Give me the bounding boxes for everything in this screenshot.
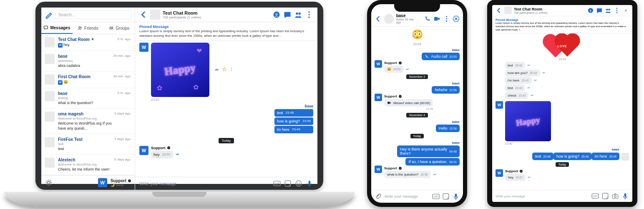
chat-avatar [45,91,55,101]
tab-friends[interactable]: Friends [73,22,104,34]
mic-icon[interactable] [306,180,313,187]
back-button[interactable] [496,7,502,14]
tab-groups[interactable]: Groups [103,22,135,34]
mic-icon[interactable] [621,192,629,200]
message-bubble[interactable]: Hello15:58 [436,125,460,132]
translate-icon[interactable] [272,10,281,19]
message-bubble[interactable]: hehehe12:05 [432,86,460,94]
gif-icon[interactable] [432,193,440,200]
compose-input[interactable]: Write your message [496,194,589,198]
emoji-icon[interactable] [295,180,302,187]
chat-time: 30 min. ago [113,74,131,85]
gif-icon[interactable] [273,180,281,187]
sender-avatar[interactable]: W [375,60,382,68]
sticker-icon[interactable] [442,193,450,200]
members-icon[interactable] [294,10,302,19]
video-call-icon[interactable] [433,15,440,23]
close-button[interactable]: ✕ [622,7,629,14]
chat-time: 5 days ago [114,158,131,172]
happy-image[interactable]: ❤ ✿ ✿ Happy [151,43,209,97]
chat-list-item[interactable]: base testingwhat is the question?5 hr. a… [41,88,135,109]
message-bubble[interactable]: test23:42 [505,84,525,92]
sticker-image[interactable]: 😳 [412,29,423,40]
hearts-label: LOVE [557,45,567,48]
time-label: 23:14 [558,58,566,61]
message-bubble[interactable]: how is going?20:48 [553,153,592,160]
message-bubble[interactable]: test20:48 [532,153,553,160]
self-avatar[interactable]: W [98,178,107,187]
more-icon[interactable] [443,15,450,23]
message-bubble[interactable]: check23:42 [505,92,528,99]
sender-avatar[interactable] [621,153,629,161]
message-bubble[interactable]: what is the question?10:56 [384,171,431,178]
message-bubble[interactable]: If so, I have a question.04:41 [405,158,460,166]
sender-avatar[interactable]: W [375,166,382,173]
chat-avatar[interactable] [150,10,160,20]
gif-icon[interactable] [591,192,599,200]
camera-icon[interactable] [611,192,619,200]
chat-avatar[interactable] [504,7,512,14]
sender-avatar[interactable]: W [496,101,503,109]
chat-list-item[interactable]: base qwewewqabra cadabra29 min. ago [41,51,135,71]
compose-input[interactable]: Write your message [139,181,270,186]
more-icon[interactable] [614,7,620,14]
emoji-bubble[interactable]: 😄23:53 [384,66,404,73]
read-tick-icon [527,175,531,180]
mic-icon[interactable] [452,193,460,200]
info-icon[interactable] [587,7,594,14]
message-bubble[interactable]: Hey is there anyone actually there?04:40 [397,145,460,157]
members-icon[interactable] [605,7,611,14]
chat-title-block[interactable]: Test Chat Room 706 participants (1 onlin… [514,7,548,14]
attach-icon[interactable] [375,193,382,200]
chat-list-item[interactable]: Alextech Welcome to WordPlus.orgCheers, … [41,155,135,175]
sidebar-tabs: Messages Friends Groups [41,22,135,34]
sender-avatar[interactable]: W [139,43,148,52]
settings-button[interactable] [45,178,53,187]
message-more-icon[interactable] [229,67,234,72]
more-icon[interactable] [305,10,313,19]
chat-list-item[interactable]: uma magesh Welcome to WordPlus.orgWelcom… [41,109,135,134]
message-content: ❤ ✿ ✿ Happy [151,43,209,97]
back-button[interactable] [139,10,148,19]
chat-icon[interactable] [596,7,603,14]
sender-avatar[interactable]: W [375,94,382,101]
message-bubble[interactable]: hey10:57 [505,174,526,181]
message-bubble[interactable]: im here20:49 [591,153,619,160]
missed-call-bubble[interactable]: Missed video call (00:02) [384,99,433,107]
message-bubble[interactable]: i'm here23:42 [505,77,532,84]
chat-title-block[interactable]: Test Chat Room 706 participants (1 onlin… [163,10,201,19]
happy-image[interactable]: Happy [505,101,551,141]
compose-button[interactable] [45,10,53,19]
sender-avatar[interactable]: W [139,146,148,155]
tab-messages[interactable]: Messages [41,22,73,34]
message-time: 23:42 [518,94,526,97]
chat-list-item[interactable]: FireFox Test testtest3 days ago [41,134,135,155]
message-bubble[interactable]: test23:48 [274,109,313,117]
message-bubble[interactable]: how is going?23:49 [274,117,313,125]
message-bubble[interactable]: how are you?20:42 [505,69,540,76]
audio-call-bubble[interactable]: Audio call23:53 [422,53,460,60]
star-icon[interactable] [222,67,227,73]
chat-name: FireFox Test [58,137,112,142]
pinned-message[interactable]: Pinned Message Lorem Ipsum is simply dum… [492,16,632,33]
chat-title-block[interactable]: base Active 26 min. ago [396,13,419,24]
audio-call-icon[interactable] [424,15,431,23]
close-button[interactable] [453,15,460,23]
message-bubble[interactable]: hey10:57 [151,151,173,158]
message-bubble[interactable]: test20:42 [505,62,525,69]
chat-icon[interactable] [283,10,292,19]
hearts-sticker[interactable]: LOVE [546,36,579,56]
chat-list-item[interactable]: First Chat Room W😄30 min. ago [41,71,135,88]
chat-preview: Cheers, let me inform the user! [58,167,112,172]
pinned-message[interactable]: Pinned Message Lorem Ipsum is simply dum… [135,22,317,41]
chat-list-item[interactable]: Test Chat Room Whey5 hr. ago [41,34,135,51]
compose-input[interactable]: Write your message [385,194,430,199]
sticker-icon[interactable] [284,180,292,187]
back-button[interactable] [375,15,382,23]
sender-avatar[interactable]: W [496,169,503,177]
search-input[interactable]: Search... [55,10,131,19]
chat-avatar[interactable] [384,14,394,24]
sticker-icon[interactable] [601,192,609,200]
message-bubble[interactable]: im here23:49 [274,126,313,133]
chat-avatar [45,137,55,147]
